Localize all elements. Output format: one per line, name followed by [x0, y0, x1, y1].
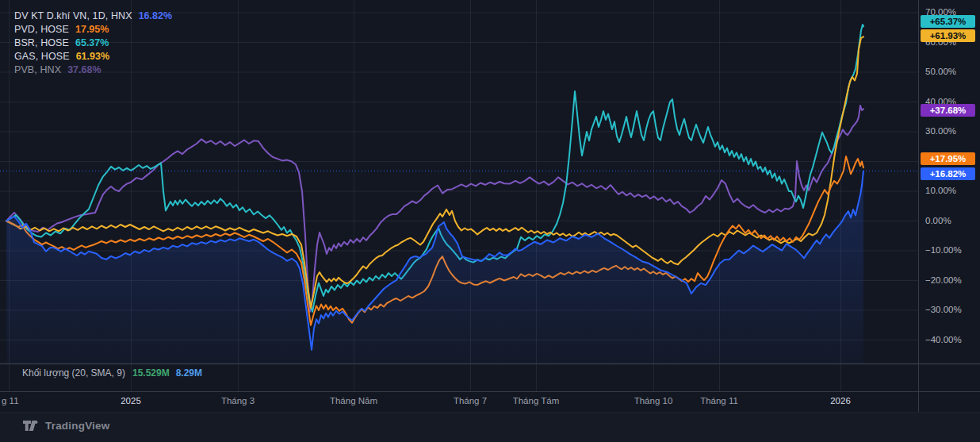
volume-legend[interactable]: Khối lượng (20, SMA, 9) 15.529M 8.29M: [22, 367, 202, 379]
legend-symbol-title[interactable]: DV KT D.khí VN, 1D, HNX: [14, 10, 132, 21]
legend-row-PVB[interactable]: PVB, HNX37.68%: [14, 63, 172, 76]
time-axis-label: Tháng Năm: [330, 396, 377, 405]
price-axis-tick: 50.00%: [925, 67, 956, 76]
time-axis-label: 2026: [830, 396, 851, 405]
legend-change-value: 61.93%: [76, 51, 109, 62]
legend-change-value: 17.95%: [75, 24, 109, 35]
price-axis-tick: −30.00%: [925, 305, 962, 314]
price-badge: +65.37%: [921, 15, 975, 28]
legend-change-value: 16.82%: [139, 10, 172, 21]
app-root: DV KT D.khí VN, 1D, HNX16.82%PVD, HOSE17…: [0, 0, 980, 442]
time-axis-label: Tháng 11: [700, 396, 738, 405]
time-axis-label: g 11: [2, 396, 19, 405]
price-axis-tick: −20.00%: [925, 275, 962, 285]
price-axis-tick: −10.00%: [925, 245, 962, 255]
legend-row-BSR[interactable]: BSR, HOSE65.37%: [14, 36, 172, 49]
price-axis-tick: 10.00%: [925, 186, 956, 195]
legend-change-value: 65.37%: [75, 37, 109, 48]
volume-legend-label: Khối lượng (20, SMA, 9): [22, 367, 125, 379]
legend-symbol-title[interactable]: PVB, HNX: [14, 64, 61, 75]
volume-sma-value: 8.29M: [176, 367, 202, 379]
legend-change-value: 37.68%: [67, 64, 101, 75]
price-axis-tick: −40.00%: [925, 335, 962, 344]
footer-strip: TradingView: [0, 412, 980, 442]
legend-symbol-title[interactable]: PVD, HOSE: [14, 24, 69, 35]
time-axis-label: Tháng 10: [634, 396, 673, 405]
legend-symbol-title[interactable]: GAS, HOSE: [14, 51, 70, 62]
time-axis-label: Tháng 7: [454, 396, 487, 405]
price-badge: +16.82%: [921, 167, 975, 180]
legend-row-DV-KT-D.khí-VN[interactable]: DV KT D.khí VN, 1D, HNX16.82%: [14, 9, 172, 22]
symbol-legend: DV KT D.khí VN, 1D, HNX16.82%PVD, HOSE17…: [14, 9, 172, 76]
legend-symbol-title[interactable]: BSR, HOSE: [14, 37, 69, 48]
legend-row-GAS[interactable]: GAS, HOSE61.93%: [14, 49, 172, 63]
price-axis-tick: 30.00%: [925, 126, 956, 136]
time-axis-label: Tháng Tám: [513, 396, 560, 405]
price-axis[interactable]: 70.00%60.00%50.00%40.00%30.00%10.00%0.00…: [919, 0, 980, 412]
tradingview-logo-icon: [23, 421, 40, 431]
tradingview-logo[interactable]: TradingView: [23, 420, 109, 432]
time-axis-label: Tháng 3: [221, 396, 255, 405]
price-badge: +61.93%: [921, 29, 975, 42]
time-axis[interactable]: g 112025Tháng 3Tháng NămTháng 7Tháng Tám…: [0, 391, 980, 412]
price-axis-tick: 0.00%: [925, 216, 951, 225]
legend-row-PVD[interactable]: PVD, HOSE17.95%: [14, 22, 172, 36]
price-badge: +17.95%: [921, 152, 975, 165]
area-fill-DV KT D.khí VN: [6, 171, 863, 363]
volume-value: 15.529M: [132, 367, 170, 379]
price-badge: +37.68%: [921, 104, 975, 117]
time-axis-label: 2025: [121, 396, 141, 405]
tradingview-logo-text: TradingView: [45, 420, 109, 432]
